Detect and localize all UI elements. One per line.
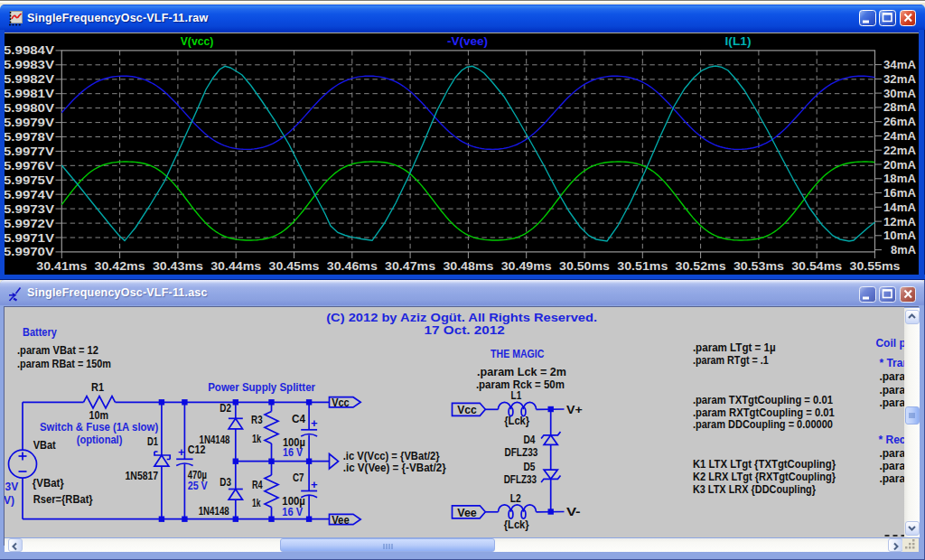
svg-text:5.9972V: 5.9972V bbox=[5, 217, 54, 230]
svg-text:.param RXTgtCoupling = 0.01: .param RXTgtCoupling = 0.01 bbox=[692, 406, 834, 419]
svg-text:D4: D4 bbox=[523, 434, 535, 446]
svg-text:DFLZ33: DFLZ33 bbox=[503, 473, 537, 486]
svg-text:K2 LRX LTgt {RXTgtCoupling}: K2 LRX LTgt {RXTgtCoupling} bbox=[692, 471, 835, 483]
svg-text:.param: .param bbox=[879, 370, 904, 383]
svg-text:.param: .param bbox=[879, 460, 904, 472]
svg-text:.param VBat = 12: .param VBat = 12 bbox=[17, 344, 98, 357]
svg-text:(optional): (optional) bbox=[76, 434, 122, 446]
svg-text:8mA: 8mA bbox=[891, 243, 916, 257]
svg-text:30.44ms: 30.44ms bbox=[210, 259, 261, 273]
svg-text:R4: R4 bbox=[251, 479, 262, 491]
svg-text:* Rec: * Rec bbox=[878, 434, 904, 446]
svg-text:1N4148: 1N4148 bbox=[199, 434, 229, 446]
svg-text:30.46ms: 30.46ms bbox=[327, 259, 378, 273]
svg-text:-V(vee): -V(vee) bbox=[447, 34, 488, 48]
svg-text:5.9978V: 5.9978V bbox=[5, 130, 54, 144]
svg-text:I(L1): I(L1) bbox=[725, 34, 752, 48]
svg-text:10m: 10m bbox=[89, 409, 108, 422]
svg-text:.param DDCoupling = 0.00000: .param DDCoupling = 0.00000 bbox=[692, 418, 832, 431]
svg-text:17 Oct. 2012: 17 Oct. 2012 bbox=[424, 323, 504, 337]
svg-text:12mA: 12mA bbox=[883, 215, 916, 229]
svg-text:30.49ms: 30.49ms bbox=[501, 259, 552, 273]
svg-text:Switch & Fuse (1A slow): Switch & Fuse (1A slow) bbox=[40, 421, 158, 434]
svg-text:{VBat}: {VBat} bbox=[32, 477, 63, 490]
svg-text:{Lck}: {Lck} bbox=[504, 415, 529, 427]
svg-text:Power Supply Splitter: Power Supply Splitter bbox=[208, 381, 315, 394]
svg-text:1k: 1k bbox=[251, 497, 260, 509]
svg-text:5.9975V: 5.9975V bbox=[5, 173, 54, 187]
svg-text:10mA: 10mA bbox=[883, 229, 916, 242]
svg-text:+: + bbox=[310, 478, 317, 491]
svg-text:.param TXTgtCoupling = 0.01: .param TXTgtCoupling = 0.01 bbox=[692, 394, 832, 406]
svg-text:L1: L1 bbox=[510, 389, 521, 402]
svg-text:K3 LTX LRX {DDCoupling}: K3 LTX LRX {DDCoupling} bbox=[692, 483, 815, 496]
svg-text:5.9980V: 5.9980V bbox=[5, 101, 54, 115]
svg-text:.param LTgt = 1µ: .param LTgt = 1µ bbox=[692, 341, 775, 354]
svg-text:16 V: 16 V bbox=[282, 506, 303, 518]
svg-text:5.9983V: 5.9983V bbox=[5, 58, 54, 71]
svg-text:5.9974V: 5.9974V bbox=[5, 188, 54, 201]
svg-text:16 V: 16 V bbox=[282, 446, 302, 459]
svg-text:D2: D2 bbox=[220, 402, 231, 415]
svg-text:5.9979V: 5.9979V bbox=[5, 116, 54, 129]
svg-text:V(vcc): V(vcc) bbox=[181, 34, 214, 48]
svg-text:30.53ms: 30.53ms bbox=[733, 259, 784, 273]
svg-text:30.50ms: 30.50ms bbox=[559, 259, 610, 273]
svg-text:20mA: 20mA bbox=[883, 158, 916, 172]
svg-text:5.9984V: 5.9984V bbox=[5, 43, 54, 57]
svg-text:R3: R3 bbox=[251, 414, 263, 426]
svg-text:L2: L2 bbox=[509, 492, 520, 505]
svg-text:D1: D1 bbox=[147, 435, 158, 448]
svg-text:32mA: 32mA bbox=[883, 72, 916, 86]
svg-text:3V: 3V bbox=[5, 481, 18, 493]
svg-text:28mA: 28mA bbox=[883, 100, 916, 114]
svg-text:K1 LTX LTgt {TXTgtCoupling}: K1 LTX LTgt {TXTgtCoupling} bbox=[692, 458, 836, 471]
svg-text:Coil param: Coil param bbox=[875, 337, 904, 350]
svg-text:Vcc: Vcc bbox=[332, 397, 350, 409]
svg-text:Rser={RBat}: Rser={RBat} bbox=[33, 493, 92, 506]
svg-text:34mA: 34mA bbox=[883, 58, 916, 71]
svg-text:5.9976V: 5.9976V bbox=[5, 159, 54, 173]
svg-text:1N5817: 1N5817 bbox=[125, 470, 158, 482]
svg-text:D3: D3 bbox=[220, 476, 231, 489]
svg-text:(C) 2012 by Aziz Ogüt. All Rig: (C) 2012 by Aziz Ogüt. All Rights Reserv… bbox=[326, 311, 597, 324]
svg-text:30.45ms: 30.45ms bbox=[269, 259, 320, 273]
svg-text:5.9981V: 5.9981V bbox=[5, 87, 54, 100]
svg-text:.param RBat = 150m: .param RBat = 150m bbox=[17, 358, 111, 370]
svg-text:+: + bbox=[310, 416, 317, 430]
svg-text:Vee: Vee bbox=[332, 514, 350, 527]
svg-text:30mA: 30mA bbox=[883, 87, 916, 100]
svg-text:14mA: 14mA bbox=[883, 201, 916, 214]
svg-text:24mA: 24mA bbox=[883, 129, 916, 143]
svg-text:5.9970V: 5.9970V bbox=[5, 245, 54, 258]
svg-text:Vcc: Vcc bbox=[457, 404, 477, 416]
svg-text:D5: D5 bbox=[523, 461, 535, 473]
svg-text:C4: C4 bbox=[292, 413, 305, 425]
svg-text:R1: R1 bbox=[91, 381, 104, 394]
svg-text:30.52ms: 30.52ms bbox=[676, 259, 726, 273]
svg-text:1N4148: 1N4148 bbox=[198, 505, 229, 518]
svg-text:{Lck}: {Lck} bbox=[503, 518, 528, 531]
svg-text:5.9973V: 5.9973V bbox=[5, 202, 54, 216]
svg-text:30.51ms: 30.51ms bbox=[617, 259, 668, 273]
svg-text:30.41ms: 30.41ms bbox=[36, 259, 87, 273]
svg-text:+: + bbox=[178, 445, 185, 459]
svg-text:Battery: Battery bbox=[23, 326, 57, 339]
svg-text:C7: C7 bbox=[293, 471, 304, 484]
svg-text:.ic V(Vee) = {-VBat/2}: .ic V(Vee) = {-VBat/2} bbox=[342, 462, 445, 474]
svg-text:1k: 1k bbox=[251, 433, 261, 445]
svg-text:.param Lck = 2m: .param Lck = 2m bbox=[477, 366, 566, 378]
svg-text:30.54ms: 30.54ms bbox=[791, 259, 842, 273]
svg-text:22mA: 22mA bbox=[883, 144, 916, 157]
svg-text:Vee: Vee bbox=[457, 507, 477, 519]
svg-text:30.48ms: 30.48ms bbox=[443, 259, 493, 273]
svg-text:16mA: 16mA bbox=[883, 186, 916, 200]
svg-text:.param RTgt = .1: .param RTgt = .1 bbox=[692, 354, 768, 367]
svg-text:.param: .param bbox=[879, 472, 904, 485]
svg-text:30.55ms: 30.55ms bbox=[850, 259, 901, 273]
svg-text:THE MAGIC: THE MAGIC bbox=[491, 348, 545, 360]
svg-text:VBat: VBat bbox=[33, 439, 55, 452]
svg-text:.param: .param bbox=[879, 384, 904, 397]
svg-text:V): V) bbox=[5, 494, 14, 507]
svg-text:5.9977V: 5.9977V bbox=[5, 145, 54, 158]
